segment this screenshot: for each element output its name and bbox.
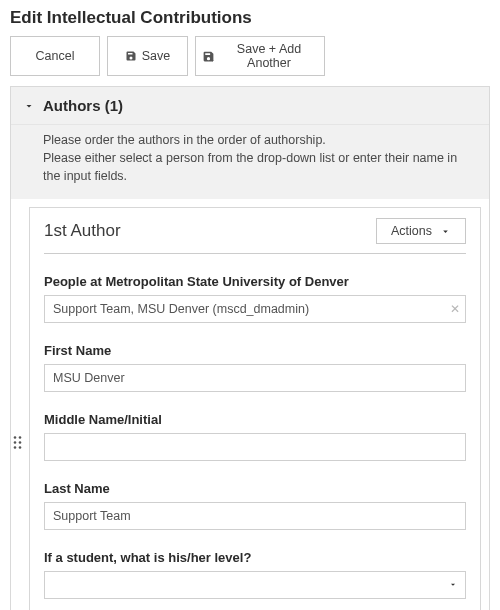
svg-point-5 <box>14 447 17 450</box>
actions-label: Actions <box>391 224 432 238</box>
author-card-wrap: 1st Author Actions People at Metropolita… <box>11 199 489 610</box>
svg-text:+: + <box>211 57 214 63</box>
svg-point-2 <box>19 437 22 440</box>
author-card-title: 1st Author <box>44 221 121 241</box>
authors-accordion-header[interactable]: Authors (1) <box>11 87 489 125</box>
authors-title: Authors (1) <box>43 97 123 114</box>
cancel-label: Cancel <box>36 49 75 63</box>
field-last-name: Last Name <box>44 481 466 530</box>
save-add-icon: + <box>202 50 215 63</box>
people-label: People at Metropolitan State University … <box>44 274 466 289</box>
chevron-down-icon <box>23 100 35 112</box>
field-student-level: If a student, what is his/her level? <box>44 550 466 599</box>
clear-icon[interactable]: ✕ <box>450 302 460 316</box>
page-title: Edit Intellectual Contributions <box>0 0 500 36</box>
first-name-input[interactable] <box>44 364 466 392</box>
field-people: People at Metropolitan State University … <box>44 274 466 323</box>
svg-point-6 <box>19 447 22 450</box>
author-card-header: 1st Author Actions <box>44 218 466 254</box>
authors-instructions: Please order the authors in the order of… <box>11 125 489 199</box>
save-label: Save <box>142 49 171 63</box>
author-actions-button[interactable]: Actions <box>376 218 466 244</box>
authors-accordion: Authors (1) Please order the authors in … <box>10 86 490 610</box>
chevron-down-icon <box>440 226 451 237</box>
student-level-label: If a student, what is his/her level? <box>44 550 466 565</box>
middle-name-label: Middle Name/Initial <box>44 412 466 427</box>
last-name-label: Last Name <box>44 481 466 496</box>
instruction-line: Please order the authors in the order of… <box>43 131 475 149</box>
save-add-label: Save + Add Another <box>220 42 318 70</box>
student-level-select[interactable] <box>44 571 466 599</box>
save-add-another-button[interactable]: + Save + Add Another <box>195 36 325 76</box>
toolbar: Cancel Save + Save + Add Another <box>0 36 500 86</box>
svg-point-4 <box>19 442 22 445</box>
svg-point-1 <box>14 437 17 440</box>
save-icon <box>125 50 137 62</box>
last-name-input[interactable] <box>44 502 466 530</box>
people-lookup-input[interactable] <box>44 295 466 323</box>
cancel-button[interactable]: Cancel <box>10 36 100 76</box>
field-middle-name: Middle Name/Initial <box>44 412 466 461</box>
instruction-line: Please either select a person from the d… <box>43 149 475 185</box>
svg-point-3 <box>14 442 17 445</box>
middle-name-input[interactable] <box>44 433 466 461</box>
drag-handle-icon[interactable] <box>11 436 25 453</box>
first-name-label: First Name <box>44 343 466 358</box>
field-first-name: First Name <box>44 343 466 392</box>
save-button[interactable]: Save <box>107 36 188 76</box>
author-card: 1st Author Actions People at Metropolita… <box>29 207 481 610</box>
